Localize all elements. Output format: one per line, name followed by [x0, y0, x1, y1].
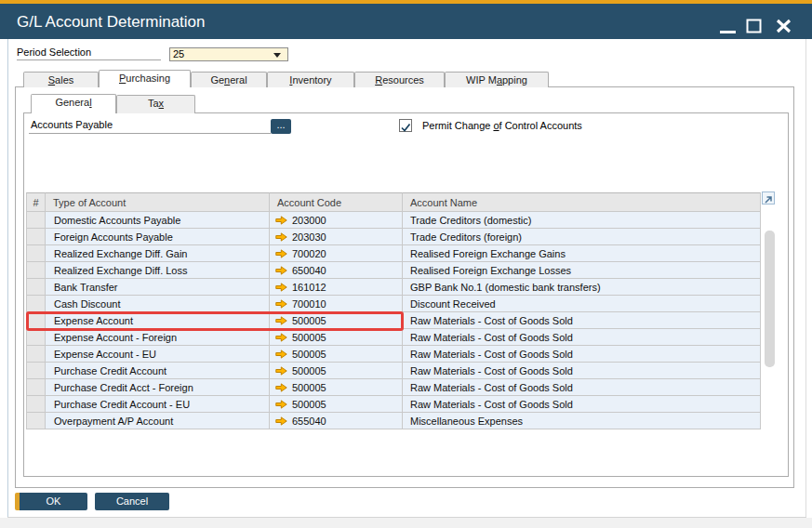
- row-number-cell[interactable]: [26, 363, 46, 379]
- row-number-cell[interactable]: [26, 379, 46, 396]
- row-number-cell[interactable]: [26, 279, 46, 296]
- tab-general[interactable]: General: [191, 72, 267, 87]
- ok-button[interactable]: OK: [15, 493, 87, 510]
- account-code-cell[interactable]: 161012: [270, 279, 403, 296]
- close-button[interactable]: [776, 19, 792, 33]
- period-selection-dropdown[interactable]: 25: [169, 47, 288, 61]
- table-row: Expense Account - EU500005Raw Materials …: [26, 346, 761, 363]
- row-number-cell[interactable]: [26, 229, 46, 245]
- tab-sales[interactable]: Sales: [23, 72, 99, 87]
- table-header-row: # Type of Account Account Code Account N…: [26, 192, 761, 212]
- table-scrollbar-thumb[interactable]: [765, 231, 775, 367]
- account-name-cell[interactable]: Raw Materials - Cost of Goods Sold: [403, 379, 761, 396]
- permit-change-checkbox[interactable]: [399, 119, 412, 132]
- type-of-account-cell[interactable]: Purchase Credit Account: [46, 363, 270, 379]
- account-code-cell[interactable]: 203000: [270, 212, 403, 229]
- account-code-cell[interactable]: 700010: [270, 296, 403, 312]
- account-name-cell[interactable]: Realised Foreign Exchange Losses: [403, 262, 761, 279]
- link-arrow-icon[interactable]: [275, 400, 287, 409]
- table-row: Cash Discount700010Discount Received: [26, 296, 761, 312]
- row-number-cell[interactable]: [26, 329, 46, 346]
- account-code-cell[interactable]: 500005: [270, 329, 403, 346]
- account-name-cell[interactable]: GBP Bank No.1 (domestic bank transfers): [403, 279, 761, 296]
- row-number-cell[interactable]: [26, 346, 46, 363]
- link-arrow-icon[interactable]: [275, 216, 287, 225]
- account-code-cell[interactable]: 500005: [270, 363, 403, 379]
- link-arrow-icon[interactable]: [275, 232, 287, 242]
- permit-change-label: Permit Change of Control Accounts: [422, 120, 582, 131]
- type-of-account-cell[interactable]: Domestic Accounts Payable: [46, 212, 270, 229]
- highlight-red-box: [26, 311, 404, 331]
- dropdown-arrow-icon: [273, 53, 281, 58]
- col-header-name[interactable]: Account Name: [403, 192, 761, 212]
- account-code-cell[interactable]: 700020: [270, 245, 403, 262]
- table-row: Bank Transfer161012GBP Bank No.1 (domest…: [26, 279, 761, 296]
- table-row: Foreign Accounts Payable203030Trade Cred…: [26, 229, 761, 245]
- tab-resources[interactable]: Resources: [354, 72, 445, 87]
- link-arrow-icon[interactable]: [275, 416, 287, 426]
- subtab-general[interactable]: General: [31, 94, 116, 113]
- maximize-button[interactable]: [746, 19, 763, 33]
- titlebar: G/L Account Determination: [0, 4, 812, 39]
- account-code-cell[interactable]: 655040: [270, 413, 403, 429]
- tab-purchasing[interactable]: Purchasing: [99, 70, 191, 87]
- row-number-cell[interactable]: [26, 413, 46, 429]
- col-header-type[interactable]: Type of Account: [46, 192, 270, 212]
- account-name-cell[interactable]: Raw Materials - Cost of Goods Sold: [403, 346, 761, 363]
- account-code-cell[interactable]: 500005: [270, 346, 403, 363]
- type-of-account-cell[interactable]: Bank Transfer: [46, 279, 270, 296]
- type-of-account-cell[interactable]: Expense Account - Foreign: [46, 329, 270, 346]
- row-number-cell[interactable]: [26, 296, 46, 312]
- row-number-cell[interactable]: [26, 396, 46, 413]
- account-code-cell[interactable]: 500005: [270, 396, 403, 413]
- type-of-account-cell[interactable]: Expense Account - EU: [46, 346, 270, 363]
- row-number-cell[interactable]: [26, 212, 46, 229]
- table-row: Domestic Accounts Payable203000Trade Cre…: [26, 212, 761, 229]
- account-code-cell[interactable]: 650040: [270, 262, 403, 279]
- row-number-cell[interactable]: [26, 262, 46, 279]
- table-row: Expense Account - Foreign500005Raw Mater…: [26, 329, 761, 346]
- type-of-account-cell[interactable]: Overpayment A/P Account: [46, 413, 270, 429]
- accounts-payable-browse-button[interactable]: ...: [271, 119, 291, 134]
- account-name-cell[interactable]: Raw Materials - Cost of Goods Sold: [403, 329, 761, 346]
- account-name-cell[interactable]: Trade Creditors (foreign): [403, 229, 761, 245]
- period-selection-label: Period Selection: [17, 46, 161, 60]
- link-arrow-icon[interactable]: [275, 249, 287, 258]
- account-code-cell[interactable]: 500005: [270, 379, 403, 396]
- table-row: Purchase Credit Acct - Foreign500005Raw …: [26, 379, 761, 396]
- type-of-account-cell[interactable]: Cash Discount: [46, 296, 270, 312]
- type-of-account-cell[interactable]: Foreign Accounts Payable: [46, 229, 270, 245]
- account-name-cell[interactable]: Raw Materials - Cost of Goods Sold: [403, 363, 761, 379]
- account-name-cell[interactable]: Miscellaneous Expenses: [403, 413, 761, 429]
- type-of-account-cell[interactable]: Realized Exchange Diff. Gain: [46, 245, 270, 262]
- cancel-button[interactable]: Cancel: [95, 493, 169, 510]
- link-arrow-icon[interactable]: [275, 266, 287, 275]
- row-number-cell[interactable]: [26, 245, 46, 262]
- link-arrow-icon[interactable]: [275, 283, 287, 292]
- account-name-cell[interactable]: Discount Received: [403, 296, 761, 312]
- period-selection-value: 25: [173, 48, 184, 59]
- type-of-account-cell[interactable]: Realized Exchange Diff. Loss: [46, 262, 270, 279]
- link-arrow-icon[interactable]: [275, 350, 287, 359]
- expand-table-icon[interactable]: [762, 191, 775, 205]
- subtab-tax[interactable]: Tax: [116, 95, 195, 113]
- account-name-cell[interactable]: Raw Materials - Cost of Goods Sold: [403, 396, 761, 413]
- link-arrow-icon[interactable]: [275, 366, 287, 376]
- type-of-account-cell[interactable]: Purchase Credit Account - EU: [46, 396, 270, 413]
- minimize-button[interactable]: [720, 20, 737, 34]
- table-row: Overpayment A/P Account655040Miscellaneo…: [26, 413, 761, 429]
- window-title: G/L Account Determination: [17, 13, 206, 32]
- account-name-cell[interactable]: Raw Materials - Cost of Goods Sold: [403, 312, 761, 329]
- link-arrow-icon[interactable]: [275, 383, 287, 392]
- account-name-cell[interactable]: Realised Foreign Exchange Gains: [403, 245, 761, 262]
- tab-inventory[interactable]: Inventory: [267, 72, 354, 87]
- account-code-cell[interactable]: 203030: [270, 229, 403, 245]
- link-arrow-icon[interactable]: [275, 299, 287, 309]
- col-header-code[interactable]: Account Code: [270, 192, 403, 212]
- table-row: Purchase Credit Account - EU500005Raw Ma…: [26, 396, 761, 413]
- col-header-num[interactable]: #: [26, 192, 46, 212]
- type-of-account-cell[interactable]: Purchase Credit Acct - Foreign: [46, 379, 270, 396]
- account-name-cell[interactable]: Trade Creditors (domestic): [403, 212, 761, 229]
- tab-wip-mapping[interactable]: WIP Mapping: [445, 72, 549, 87]
- link-arrow-icon[interactable]: [275, 333, 287, 342]
